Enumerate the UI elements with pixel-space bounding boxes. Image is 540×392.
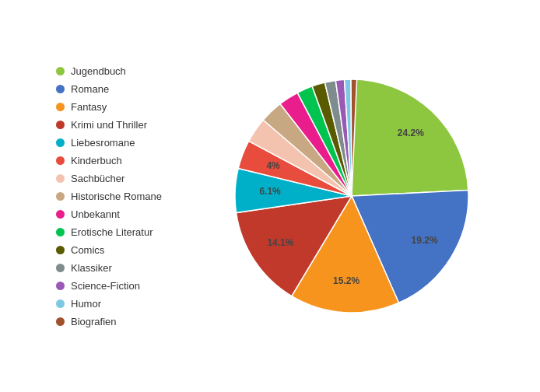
pie-label-kinderbuch: 4% — [266, 160, 280, 171]
legend-dot — [56, 85, 65, 93]
legend-label: Historische Romane — [71, 191, 162, 202]
legend-dot — [56, 103, 65, 111]
legend-label: Humor — [71, 298, 101, 310]
legend-item-fantasy: Fantasy — [56, 101, 204, 113]
pie-label-fantasy: 15.2% — [333, 275, 359, 286]
legend-item-humor: Humor — [56, 298, 204, 310]
legend-dot — [56, 121, 65, 129]
legend-label: Unbekannt — [71, 208, 120, 220]
legend-label: Jugendbuch — [71, 65, 126, 77]
legend-dot — [56, 282, 65, 290]
legend-label: Romane — [71, 83, 109, 95]
legend-item-klassiker: Klassiker — [56, 262, 204, 274]
legend-label: Science-Fiction — [71, 280, 140, 292]
legend-dot — [56, 174, 65, 183]
pie-label-krimi-und-thriller: 14.1% — [267, 237, 293, 248]
legend-item-jugendbuch: Jugendbuch — [56, 65, 204, 77]
legend-label: Liebesromane — [71, 137, 135, 149]
legend-label: Biografien — [71, 316, 117, 327]
legend-item-science-fiction: Science-Fiction — [56, 280, 204, 292]
legend-dot — [56, 156, 65, 165]
legend-label: Klassiker — [71, 262, 112, 274]
legend-dot — [56, 299, 65, 308]
pie-label-liebesromane: 6.1% — [259, 186, 281, 197]
pie-label-romane: 19.2% — [412, 235, 438, 246]
legend-item-kinderbuch: Kinderbuch — [56, 155, 204, 166]
legend-item-historische-romane: Historische Romane — [56, 191, 204, 202]
legend-label: Erotische Literatur — [71, 226, 153, 238]
legend-dot — [56, 246, 65, 254]
legend-dot — [56, 264, 65, 272]
legend-item-sachbücher: Sachbücher — [56, 173, 204, 184]
legend-item-liebesromane: Liebesromane — [56, 137, 204, 149]
legend-dot — [56, 138, 65, 147]
legend-dot — [56, 228, 65, 236]
legend-dot — [56, 210, 65, 219]
chart-container: JugendbuchRomaneFantasyKrimi und Thrille… — [0, 0, 540, 392]
legend-item-erotische-literatur: Erotische Literatur — [56, 226, 204, 238]
legend-label: Fantasy — [71, 101, 107, 113]
legend-item-biografien: Biografien — [56, 316, 204, 327]
legend-item-comics: Comics — [56, 244, 204, 256]
legend-item-unbekannt: Unbekannt — [56, 208, 204, 220]
legend-item-romane: Romane — [56, 83, 204, 95]
pie-label-jugendbuch: 24.2% — [398, 128, 424, 138]
legend-dot — [56, 67, 65, 75]
legend: JugendbuchRomaneFantasyKrimi und Thrille… — [56, 65, 204, 327]
pie-chart-area: 24.2%19.2%15.2%14.1%6.1%4% — [219, 64, 484, 328]
legend-label: Comics — [71, 244, 104, 256]
legend-label: Krimi und Thriller — [71, 119, 147, 131]
legend-dot — [56, 317, 65, 326]
legend-label: Kinderbuch — [71, 155, 122, 166]
legend-item-krimi-und-thriller: Krimi und Thriller — [56, 119, 204, 131]
legend-label: Sachbücher — [71, 173, 124, 184]
legend-dot — [56, 192, 65, 201]
